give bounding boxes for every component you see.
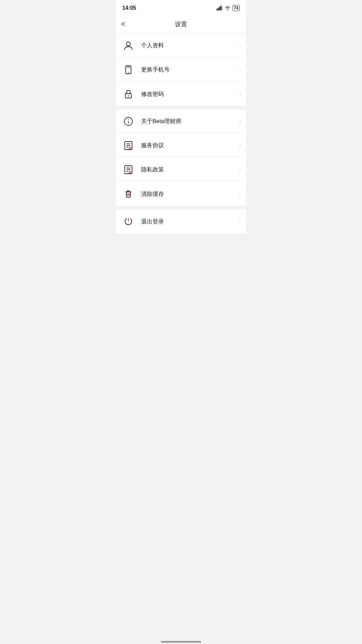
svg-point-10	[128, 95, 129, 97]
svg-rect-2	[219, 7, 220, 10]
arrow-icon: ›	[239, 218, 241, 224]
svg-point-7	[128, 72, 129, 73]
menu-item-privacy[interactable]: 隐私政策 ›	[116, 158, 246, 182]
nav-bar: < 设置	[116, 15, 246, 34]
menu-group-2: 关于Beta理财师 › 服务协议 ›	[116, 109, 246, 206]
menu-group-1: 个人资料 › 更换手机号 › 修改密码 ›	[116, 34, 246, 106]
menu-group-3: 退出登录 ›	[116, 209, 246, 233]
phone-label: 更换手机号	[141, 66, 239, 73]
menu-item-profile[interactable]: 个人资料 ›	[116, 34, 246, 58]
arrow-icon: ›	[239, 167, 241, 173]
arrow-icon: ›	[239, 143, 241, 149]
svg-point-20	[130, 147, 130, 147]
info-icon	[121, 114, 136, 129]
privacy-label: 隐私政策	[141, 166, 239, 173]
logout-label: 退出登录	[141, 218, 239, 225]
svg-point-13	[128, 119, 129, 119]
svg-point-5	[126, 42, 130, 46]
back-button[interactable]: <	[121, 20, 125, 28]
section-break-2	[116, 206, 246, 209]
trash-icon	[121, 186, 136, 201]
status-time: 14:05	[122, 5, 136, 11]
svg-rect-1	[218, 8, 219, 10]
menu-item-service[interactable]: 服务协议 ›	[116, 133, 246, 158]
about-label: 关于Beta理财师	[141, 117, 239, 125]
privacy-icon	[121, 162, 136, 177]
power-icon	[121, 214, 136, 229]
menu-item-cache[interactable]: 清除缓存 ›	[116, 182, 246, 206]
battery-icon: 74	[233, 5, 240, 11]
wifi-icon	[225, 6, 231, 10]
status-icons: 74	[217, 5, 240, 11]
phone-icon	[121, 62, 136, 77]
profile-label: 个人资料	[141, 42, 239, 49]
page-title: 设置	[175, 20, 187, 28]
arrow-icon: ›	[239, 191, 241, 197]
menu-item-password[interactable]: 修改密码 ›	[116, 82, 246, 106]
user-icon	[121, 38, 136, 53]
section-break-1	[116, 106, 246, 109]
signal-icon	[217, 6, 223, 10]
service-label: 服务协议	[141, 142, 239, 149]
password-label: 修改密码	[141, 90, 239, 98]
service-icon	[121, 138, 136, 153]
menu-item-logout[interactable]: 退出登录 ›	[116, 209, 246, 233]
svg-point-27	[130, 171, 130, 171]
svg-rect-4	[222, 6, 223, 10]
menu-item-phone[interactable]: 更换手机号 ›	[116, 58, 246, 82]
cache-label: 清除缓存	[141, 190, 239, 198]
arrow-icon: ›	[239, 118, 241, 124]
status-bar: 14:05 74	[116, 0, 246, 15]
svg-rect-0	[217, 9, 218, 10]
arrow-icon: ›	[239, 91, 241, 97]
arrow-icon: ›	[239, 67, 241, 73]
svg-rect-3	[221, 6, 222, 10]
arrow-icon: ›	[239, 43, 241, 49]
menu-item-about[interactable]: 关于Beta理财师 ›	[116, 109, 246, 133]
lock-icon	[121, 87, 136, 101]
